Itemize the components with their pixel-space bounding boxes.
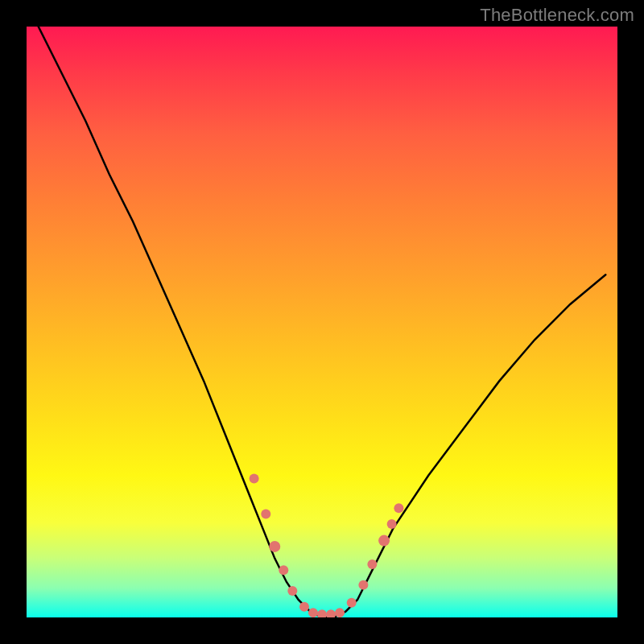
curve-marker bbox=[299, 602, 309, 612]
watermark-text: TheBottleneck.com bbox=[480, 5, 634, 26]
curve-marker bbox=[269, 541, 280, 552]
curve-marker bbox=[287, 586, 297, 596]
curve-marker bbox=[308, 608, 318, 617]
bottleneck-curve bbox=[39, 27, 606, 617]
curve-marker bbox=[367, 559, 377, 569]
curve-marker bbox=[317, 609, 327, 617]
curve-marker bbox=[378, 535, 390, 547]
curve-marker bbox=[335, 608, 345, 617]
chart-frame: TheBottleneck.com bbox=[0, 0, 644, 644]
chart-svg bbox=[27, 27, 617, 617]
curve-marker bbox=[279, 565, 288, 575]
curve-marker bbox=[326, 609, 336, 617]
curve-marker bbox=[347, 598, 357, 608]
curve-marker bbox=[387, 519, 397, 529]
curve-marker bbox=[394, 503, 403, 513]
curve-marker bbox=[358, 580, 368, 590]
curve-markers bbox=[250, 474, 404, 617]
curve-marker bbox=[250, 474, 259, 484]
curve-marker bbox=[261, 510, 270, 519]
plot-area bbox=[27, 27, 617, 617]
